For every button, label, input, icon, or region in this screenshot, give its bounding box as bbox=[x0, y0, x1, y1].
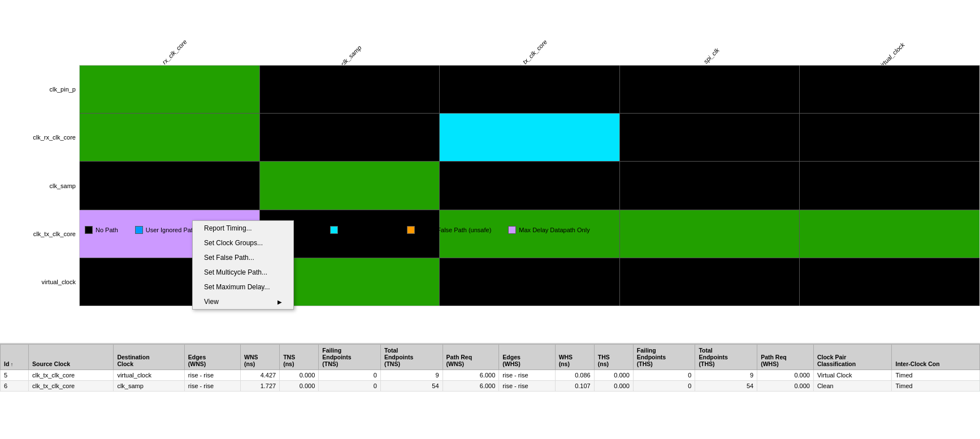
grid-row[interactable] bbox=[80, 162, 979, 210]
table-cell-13: 9 bbox=[695, 370, 757, 381]
source-label: virtual_clock bbox=[11, 258, 79, 306]
legend-item: Max Delay Datapath Only bbox=[508, 226, 589, 234]
main-container: clk_rx_clk_coreclk_sampclk_tx_clk_coresp… bbox=[0, 0, 980, 439]
context-menu-item-1[interactable]: Set Clock Groups... bbox=[193, 236, 293, 250]
table-area[interactable]: Id ↑Source ClockDestination ClockEdges (… bbox=[0, 343, 980, 439]
table-cell-4: 1.727 bbox=[241, 381, 280, 392]
destination-title bbox=[79, 0, 980, 7]
col-header-4[interactable]: WNS (ns) bbox=[241, 345, 280, 370]
context-menu-item-0[interactable]: Report Timing... bbox=[193, 221, 293, 236]
table-cell-1: clk_tx_clk_core bbox=[29, 370, 114, 381]
legend-label: User Ignored Paths bbox=[146, 227, 200, 233]
dest-label: clk_rx_clk_core bbox=[79, 14, 259, 65]
col-header-11[interactable]: THS (ns) bbox=[594, 345, 633, 370]
grid-cell-2-2[interactable] bbox=[440, 162, 620, 209]
col-header-3[interactable]: Edges (WNS) bbox=[184, 345, 240, 370]
source-labels-col: clk_pin_pclk_rx_clk_coreclk_sampclk_tx_c… bbox=[11, 65, 79, 306]
col-header-1[interactable]: Source Clock bbox=[29, 345, 114, 370]
col-header-9[interactable]: Edges (WHS) bbox=[499, 345, 555, 370]
table-cell-11: 0.000 bbox=[594, 370, 633, 381]
grid-row[interactable] bbox=[80, 66, 979, 114]
legend-color-box bbox=[135, 226, 143, 234]
grid-cell-2-4[interactable] bbox=[800, 162, 979, 209]
table-cell-6: 0 bbox=[319, 381, 381, 392]
context-menu-item-4[interactable]: Set Maximum Delay... bbox=[193, 280, 293, 294]
table-cell-2: virtual_clock bbox=[114, 370, 184, 381]
legend-color-box bbox=[407, 226, 415, 234]
grid-cell-2-1[interactable] bbox=[260, 162, 440, 209]
table-cell-8: 6.000 bbox=[443, 370, 499, 381]
grid-cell-1-1[interactable] bbox=[260, 114, 440, 161]
col-header-10[interactable]: WHS (ns) bbox=[555, 345, 594, 370]
grid-row[interactable] bbox=[80, 114, 979, 162]
dest-label: virtual_clock bbox=[800, 14, 980, 65]
table-cell-6: 0 bbox=[319, 370, 381, 381]
col-header-8[interactable]: Path Req (WNS) bbox=[443, 345, 499, 370]
col-header-13[interactable]: Total Endpoints (THS) bbox=[695, 345, 757, 370]
col-header-0[interactable]: Id ↑ bbox=[1, 345, 29, 370]
legend-label: No Path bbox=[96, 227, 118, 233]
legend-item: Partial False Path bbox=[330, 226, 390, 234]
source-axis-label bbox=[0, 68, 11, 306]
chart-area: clk_rx_clk_coreclk_sampclk_tx_clk_coresp… bbox=[0, 0, 980, 340]
grid-cell-4-4[interactable] bbox=[800, 258, 979, 306]
table-cell-12: 0 bbox=[633, 381, 695, 392]
table-row[interactable]: 6clk_tx_clk_coreclk_samprise - rise1.727… bbox=[1, 381, 980, 392]
grid-cell-0-4[interactable] bbox=[800, 66, 979, 113]
table-cell-10: 0.086 bbox=[555, 370, 594, 381]
col-header-14[interactable]: Path Req (WHS) bbox=[757, 345, 814, 370]
table-cell-4: 4.427 bbox=[241, 370, 280, 381]
table-cell-1: clk_tx_clk_core bbox=[29, 381, 114, 392]
source-label: clk_pin_p bbox=[11, 65, 79, 113]
col-header-7[interactable]: Total Endpoints (TNS) bbox=[380, 345, 443, 370]
context-menu-item-3[interactable]: Set Multicycle Path... bbox=[193, 265, 293, 280]
grid-cell-4-2[interactable] bbox=[440, 258, 620, 306]
table-cell-3: rise - rise bbox=[184, 381, 240, 392]
timing-table: Id ↑Source ClockDestination ClockEdges (… bbox=[0, 344, 980, 392]
grid-cell-0-2[interactable] bbox=[440, 66, 620, 113]
grid-cell-1-2[interactable] bbox=[440, 114, 620, 161]
submenu-arrow-icon: ▶ bbox=[277, 299, 282, 305]
table-cell-15: Virtual Clock bbox=[813, 370, 892, 381]
grid-cell-4-3[interactable] bbox=[620, 258, 800, 306]
legend-label: Partial False Path bbox=[341, 227, 390, 233]
source-label: clk_tx_clk_core bbox=[11, 210, 79, 258]
table-cell-0: 6 bbox=[1, 381, 29, 392]
grid-cell-0-0[interactable] bbox=[80, 66, 260, 113]
dest-label: spi_clk bbox=[619, 14, 800, 65]
table-row[interactable]: 5clk_tx_clk_corevirtual_clockrise - rise… bbox=[1, 370, 980, 381]
grid-cell-1-0[interactable] bbox=[80, 114, 260, 161]
grid-cell-2-3[interactable] bbox=[620, 162, 800, 209]
col-header-16[interactable]: Inter-Clock Con bbox=[892, 345, 980, 370]
grid-cell-2-0[interactable] bbox=[80, 162, 260, 209]
grid-cell-0-3[interactable] bbox=[620, 66, 800, 113]
table-cell-5: 0.000 bbox=[280, 381, 319, 392]
sort-icon: ↑ bbox=[9, 362, 13, 367]
table-cell-5: 0.000 bbox=[280, 370, 319, 381]
legend-item: Partial False Path (unsafe) bbox=[407, 226, 491, 234]
col-header-2[interactable]: Destination Clock bbox=[114, 345, 184, 370]
table-cell-2: clk_samp bbox=[114, 381, 184, 392]
source-label: clk_samp bbox=[11, 162, 79, 210]
legend-item: User Ignored Paths bbox=[135, 226, 200, 234]
table-cell-14: 0.000 bbox=[757, 381, 814, 392]
grid-cell-1-4[interactable] bbox=[800, 114, 979, 161]
col-header-15[interactable]: Clock Pair Classification bbox=[813, 345, 892, 370]
context-menu-item-5[interactable]: View▶ bbox=[193, 294, 293, 309]
legend-label: Max Delay Datapath Only bbox=[519, 227, 589, 233]
context-menu-item-2[interactable]: Set False Path... bbox=[193, 250, 293, 265]
col-header-6[interactable]: Failing Endpoints (TNS) bbox=[319, 345, 381, 370]
legend-color-box bbox=[85, 226, 93, 234]
col-header-5[interactable]: TNS (ns) bbox=[280, 345, 319, 370]
table-cell-12: 0 bbox=[633, 370, 695, 381]
grid-cell-1-3[interactable] bbox=[620, 114, 800, 161]
table-cell-7: 54 bbox=[380, 381, 443, 392]
source-label: clk_rx_clk_core bbox=[11, 113, 79, 161]
table-cell-11: 0.000 bbox=[594, 381, 633, 392]
table-cell-15: Clean bbox=[813, 381, 892, 392]
context-menu: Report Timing...Set Clock Groups...Set F… bbox=[192, 220, 294, 310]
table-cell-16: Timed bbox=[892, 370, 980, 381]
dest-label: clk_samp bbox=[259, 14, 440, 65]
col-header-12[interactable]: Failing Endpoints (THS) bbox=[633, 345, 695, 370]
grid-cell-0-1[interactable] bbox=[260, 66, 440, 113]
